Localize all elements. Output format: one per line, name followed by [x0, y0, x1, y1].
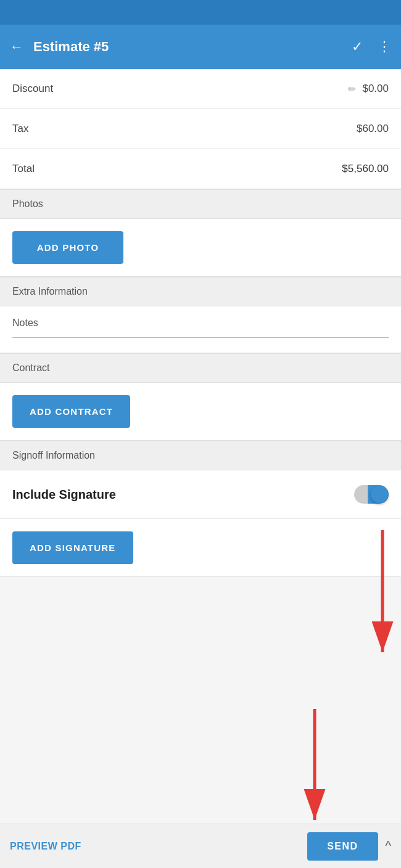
contract-section-header: Contract — [0, 353, 401, 383]
bottom-right-actions: SEND ^ — [307, 832, 391, 861]
notes-divider — [12, 337, 389, 338]
add-contract-button[interactable]: ADD CONTRACT — [12, 395, 130, 428]
check-icon[interactable]: ✓ — [352, 39, 363, 55]
include-signature-label: Include Signature — [12, 488, 116, 502]
photos-button-section: ADD PHOTO — [0, 219, 401, 277]
menu-icon[interactable]: ⋮ — [378, 39, 391, 55]
discount-edit-icon[interactable]: ✏ — [348, 83, 356, 95]
discount-value-container: ✏ $0.00 — [348, 83, 389, 95]
preview-pdf-button[interactable]: PREVIEW PDF — [10, 841, 81, 852]
signoff-section-header: Signoff Information — [0, 441, 401, 470]
notes-section: Notes — [0, 306, 401, 353]
discount-label: Discount — [12, 83, 53, 95]
notes-label: Notes — [12, 317, 389, 329]
add-signature-button[interactable]: ADD SIGNATURE — [12, 531, 133, 564]
total-label: Total — [12, 163, 35, 175]
include-signature-row: Include Signature — [0, 470, 401, 519]
photos-section-header: Photos — [0, 189, 401, 219]
chevron-up-icon[interactable]: ^ — [386, 839, 391, 853]
back-icon[interactable]: ← — [10, 39, 23, 55]
status-bar — [0, 0, 401, 25]
contract-button-section: ADD CONTRACT — [0, 383, 401, 441]
extra-information-section-header: Extra Information — [0, 277, 401, 306]
total-row: Total $5,560.00 — [0, 149, 401, 189]
discount-row: Discount ✏ $0.00 — [0, 69, 401, 109]
page-title: Estimate #5 — [33, 39, 109, 55]
add-photo-button[interactable]: ADD PHOTO — [12, 231, 123, 264]
total-value: $5,560.00 — [342, 163, 389, 175]
signature-button-section: ADD SIGNATURE — [0, 519, 401, 577]
bottom-bar: PREVIEW PDF SEND ^ — [0, 824, 401, 868]
tax-row: Tax $60.00 — [0, 109, 401, 149]
discount-value: $0.00 — [362, 83, 389, 95]
tax-label: Tax — [12, 123, 28, 135]
toggle-thumb — [371, 486, 388, 503]
app-header: ← Estimate #5 ✓ ⋮ — [0, 25, 401, 69]
toggle-track — [354, 485, 389, 504]
send-button[interactable]: SEND — [307, 832, 378, 861]
tax-value: $60.00 — [357, 123, 389, 135]
signature-toggle[interactable] — [354, 485, 389, 504]
